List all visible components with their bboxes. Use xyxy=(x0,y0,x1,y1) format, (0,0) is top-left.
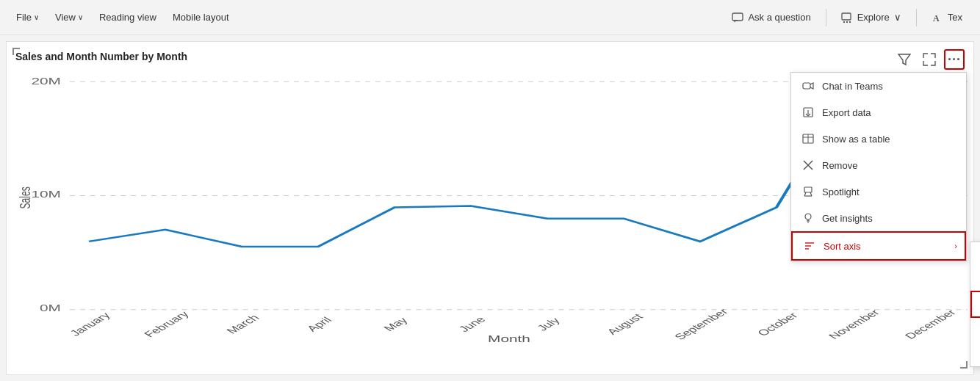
svg-text:A: A xyxy=(933,13,940,23)
svg-text:June: June xyxy=(455,315,488,334)
sub-menu-month[interactable]: Month xyxy=(970,242,980,266)
topbar-left: File ∨ View ∨ Reading view Mobile layout xyxy=(9,7,720,27)
chevron-down-icon: ∨ xyxy=(34,13,39,21)
sub-menu-sort-descending[interactable]: Sort descending xyxy=(970,318,980,342)
table-icon xyxy=(801,132,815,145)
context-menu-sort-axis[interactable]: Sort axis › xyxy=(791,231,966,261)
sub-menu-sales[interactable]: Sales xyxy=(970,266,980,291)
svg-text:August: August xyxy=(604,312,646,336)
text-icon: A xyxy=(932,12,943,23)
expand-icon-button[interactable] xyxy=(919,49,940,70)
svg-text:July: July xyxy=(534,316,563,333)
context-menu-label: Spotlight xyxy=(822,186,860,197)
context-menu-label: Export data xyxy=(822,107,871,118)
svg-text:April: April xyxy=(304,315,335,333)
topbar: File ∨ View ∨ Reading view Mobile layout… xyxy=(0,0,980,35)
spotlight-icon xyxy=(801,185,815,198)
context-menu-label: Show as a table xyxy=(822,134,890,145)
svg-rect-1 xyxy=(842,13,851,20)
svg-rect-27 xyxy=(803,83,810,89)
expand-icon xyxy=(923,53,936,66)
svg-text:September: September xyxy=(671,307,731,341)
menu-file[interactable]: File ∨ xyxy=(9,7,46,27)
svg-text:20M: 20M xyxy=(31,77,60,87)
svg-text:0M: 0M xyxy=(40,303,61,313)
menu-reading-view[interactable]: Reading view xyxy=(92,7,164,27)
svg-rect-0 xyxy=(732,13,743,21)
topbar-divider2 xyxy=(916,9,917,26)
menu-view[interactable]: View ∨ xyxy=(48,7,90,27)
svg-text:December: December xyxy=(902,308,959,341)
svg-rect-4 xyxy=(849,21,851,23)
context-menu-show-table[interactable]: Show as a table xyxy=(791,126,966,152)
menu-mobile-layout[interactable]: Mobile layout xyxy=(165,7,237,27)
ellipsis-icon: ··· xyxy=(948,52,961,68)
svg-text:March: March xyxy=(223,313,262,335)
svg-rect-2 xyxy=(843,21,845,23)
ask-question-button[interactable]: Ask a question xyxy=(723,7,819,28)
svg-text:November: November xyxy=(826,308,882,341)
export-icon xyxy=(801,106,815,119)
context-menu-chat-in-teams[interactable]: Chat in Teams xyxy=(791,73,966,99)
svg-line-37 xyxy=(810,192,812,196)
sort-icon xyxy=(803,239,816,253)
svg-text:October: October xyxy=(754,311,801,337)
svg-rect-35 xyxy=(804,187,812,192)
explore-icon xyxy=(841,12,853,23)
context-menu-label: Get insights xyxy=(822,213,873,224)
filter-icon-button[interactable] xyxy=(894,49,915,70)
filter-icon xyxy=(898,53,911,66)
chevron-down-icon: ∨ xyxy=(894,12,901,23)
sub-menu-month-number[interactable]: ✓ Month Number xyxy=(970,291,980,318)
svg-line-36 xyxy=(804,192,806,196)
svg-text:10M: 10M xyxy=(31,190,60,200)
svg-text:Sales: Sales xyxy=(17,186,34,208)
context-menu-spotlight[interactable]: Spotlight xyxy=(791,178,966,205)
svg-point-39 xyxy=(805,214,811,219)
bulb-icon xyxy=(801,211,815,225)
context-menu: Chat in Teams Export data Show as a tabl… xyxy=(790,72,967,261)
context-menu-export-data[interactable]: Export data xyxy=(791,99,966,126)
svg-text:January: January xyxy=(67,311,113,338)
svg-text:Month: Month xyxy=(488,334,530,342)
main-content: Sales and Month Number by Month ··· xyxy=(0,35,980,381)
sub-menu: Month Sales ✓ Month Number Sort de xyxy=(970,242,980,367)
teams-icon xyxy=(801,79,815,92)
context-menu-sort-axis-label: Sort axis xyxy=(824,241,861,252)
topbar-right: Ask a question Explore ∨ A Tex xyxy=(723,7,971,28)
svg-text:February: February xyxy=(141,310,192,339)
question-icon xyxy=(732,12,743,23)
context-menu-get-insights[interactable]: Get insights xyxy=(791,205,966,231)
svg-text:May: May xyxy=(381,316,410,333)
chevron-down-icon: ∨ xyxy=(78,13,83,21)
svg-marker-6 xyxy=(898,54,910,65)
topbar-divider xyxy=(826,9,826,26)
chart-title: Sales and Month Number by Month xyxy=(12,51,968,62)
explore-button[interactable]: Explore ∨ xyxy=(832,7,910,28)
corner-bracket-tl xyxy=(12,48,20,55)
more-options-button[interactable]: ··· xyxy=(944,49,965,70)
corner-bracket-br xyxy=(960,361,968,369)
svg-rect-3 xyxy=(846,21,848,23)
sub-menu-sort-ascending[interactable]: ✓ Sort ascending xyxy=(970,342,980,366)
x-icon xyxy=(801,159,815,172)
text-button[interactable]: A Tex xyxy=(923,7,971,28)
chart-toolbar: ··· xyxy=(894,49,965,70)
context-menu-label: Remove xyxy=(822,160,857,171)
context-menu-label: Chat in Teams xyxy=(822,81,883,92)
chevron-right-icon: › xyxy=(954,242,957,250)
context-menu-remove[interactable]: Remove xyxy=(791,152,966,178)
